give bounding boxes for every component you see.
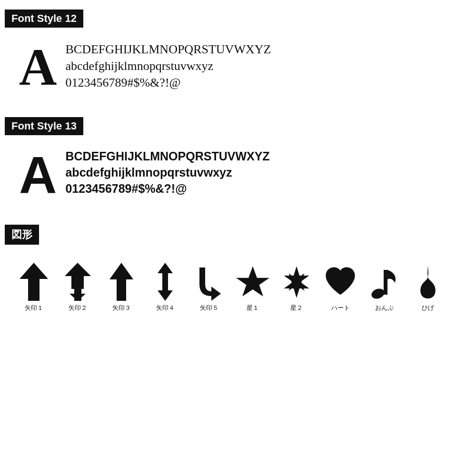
svg-marker-3 [69,294,86,301]
font-style-13-charset: BCDEFGHIJKLMNOPQRSTUVWXYZ abcdefghijklmn… [65,149,269,197]
svg-marker-6 [158,282,173,301]
shape-onpu: おんぷ [365,263,404,312]
yajirushi3-svg [109,263,133,301]
font-style-12-section: Font Style 12 A BCDEFGHIJKLMNOPQRSTUVWXY… [5,10,471,103]
font-style-12-line-2: abcdefghijklmnopqrstuvwxyz [65,58,271,74]
shapes-section: 図形 矢印１ 矢印２ [5,225,471,317]
shapes-label: 図形 [5,225,39,245]
hige-label: ひげ [422,304,434,312]
shape-yajirushi2: 矢印２ [58,263,97,312]
yajirushi3-icon [105,263,138,301]
yajirushi3-label: 矢印３ [112,304,131,312]
font-style-13-big-a: A [19,149,57,201]
page: Font Style 12 A BCDEFGHIJKLMNOPQRSTUVWXY… [0,0,476,327]
shape-heart: ハート [321,263,360,312]
hoshi1-svg [236,264,269,300]
font-style-13-line-2: abcdefghijklmnopqrstuvwxyz [65,165,269,181]
font-style-13-section: Font Style 13 A BCDEFGHIJKLMNOPQRSTUVWXY… [5,117,471,210]
font-style-13-label: Font Style 13 [5,117,83,135]
font-style-12-line-1: BCDEFGHIJKLMNOPQRSTUVWXYZ [65,41,271,58]
shape-yajirushi1: 矢印１ [14,263,53,312]
yajirushi5-label: 矢印５ [200,304,218,312]
heart-label: ハート [331,304,350,312]
hoshi2-label: 星２ [290,304,303,312]
font-style-13-demo: A BCDEFGHIJKLMNOPQRSTUVWXYZ abcdefghijkl… [5,144,471,210]
shapes-grid: 矢印１ 矢印２ [5,253,471,317]
svg-marker-4 [109,263,133,301]
svg-marker-5 [158,263,173,282]
svg-point-10 [371,287,386,300]
yajirushi1-icon [17,263,50,301]
font-style-13-line-3: 0123456789#$%&?!@ [65,181,269,197]
hige-svg [418,263,437,301]
yajirushi5-svg [195,263,223,301]
yajirushi4-label: 矢印４ [156,304,175,312]
hige-icon [411,263,445,301]
hoshi2-icon [280,263,313,301]
font-style-13-line-1: BCDEFGHIJKLMNOPQRSTUVWXYZ [65,149,269,165]
yajirushi1-label: 矢印１ [25,304,43,312]
shape-hoshi2: 星２ [277,263,316,312]
font-style-12-demo: A BCDEFGHIJKLMNOPQRSTUVWXYZ abcdefghijkl… [5,36,471,103]
yajirushi2-svg [65,263,91,301]
shape-hige: ひげ [408,263,447,312]
svg-marker-7 [236,266,269,296]
yajirushi4-svg [155,263,176,301]
hoshi2-svg [280,264,313,300]
yajirushi2-label: 矢印２ [69,304,87,312]
onpu-svg [371,263,397,301]
svg-rect-11 [384,270,387,295]
svg-marker-1 [65,263,91,289]
yajirushi2-icon [61,263,94,301]
shape-yajirushi3: 矢印３ [102,263,141,312]
onpu-icon [367,263,401,301]
font-style-12-label: Font Style 12 [5,10,83,28]
shape-yajirushi4: 矢印４ [146,263,185,312]
heart-svg [324,264,357,300]
font-style-12-big-a: A [19,41,57,93]
onpu-label: おんぷ [375,304,394,312]
font-style-12-charset: BCDEFGHIJKLMNOPQRSTUVWXYZ abcdefghijklmn… [65,41,271,91]
svg-marker-0 [20,263,48,301]
shape-hoshi1: 星１ [233,263,272,312]
font-style-12-line-3: 0123456789#$%&?!@ [65,74,271,91]
yajirushi1-svg [20,263,48,301]
yajirushi4-icon [149,263,182,301]
heart-icon [324,263,357,301]
yajirushi5-icon [192,263,226,301]
shape-yajirushi5: 矢印５ [189,263,228,312]
hoshi1-icon [236,263,269,301]
hoshi1-label: 星１ [247,304,259,312]
